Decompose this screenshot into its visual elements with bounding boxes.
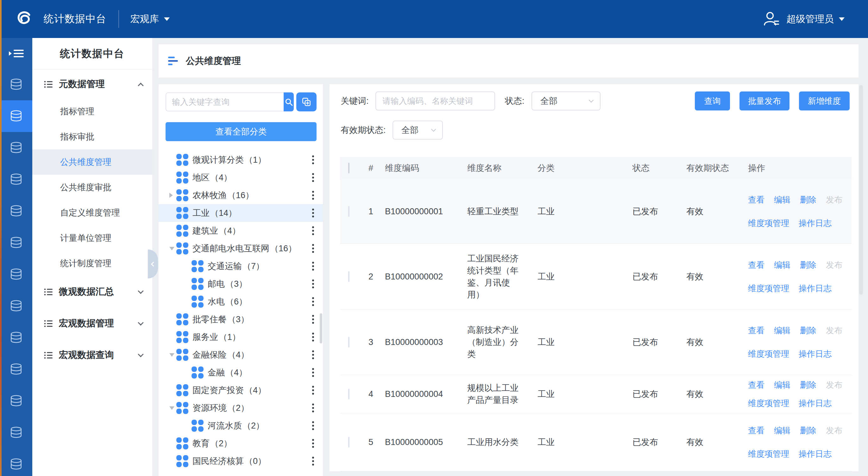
sidebar-section-metadata[interactable]: 元数据管理 — [32, 70, 152, 99]
more-menu-icon[interactable] — [311, 154, 315, 165]
more-menu-icon[interactable] — [311, 172, 315, 183]
delete-link[interactable]: 删除 — [800, 424, 816, 437]
tree-item[interactable]: 微观计算分类 （1） — [159, 151, 323, 169]
sidebar-item-indicator-approval[interactable]: 指标审批 — [32, 124, 152, 149]
collapse-caret-icon[interactable] — [169, 247, 175, 250]
rail-database-item[interactable] — [0, 417, 32, 448]
more-menu-icon[interactable] — [311, 455, 315, 467]
more-menu-icon[interactable] — [311, 296, 315, 307]
rail-database-item[interactable] — [0, 195, 32, 227]
tree-item[interactable]: 教育 （2） — [159, 435, 323, 452]
more-menu-icon[interactable] — [311, 331, 315, 343]
more-menu-icon[interactable] — [311, 367, 315, 378]
row-checkbox[interactable] — [348, 271, 349, 282]
category-search-input[interactable] — [165, 92, 284, 112]
collapse-caret-icon[interactable] — [169, 353, 175, 357]
delete-link[interactable]: 删除 — [800, 259, 816, 271]
more-menu-icon[interactable] — [311, 260, 315, 272]
rail-database-item[interactable] — [0, 164, 32, 195]
user-menu[interactable]: 超级管理员 — [762, 10, 844, 28]
more-menu-icon[interactable] — [311, 314, 315, 325]
manage-items-link[interactable]: 维度项管理 — [748, 348, 789, 360]
manage-items-link[interactable]: 维度项管理 — [748, 448, 789, 460]
rail-database-item-selected[interactable] — [0, 100, 32, 132]
tree-item[interactable]: 建筑业 （4） — [159, 222, 323, 240]
row-checkbox[interactable] — [348, 206, 349, 217]
rail-database-item[interactable] — [0, 259, 32, 290]
rail-database-item[interactable] — [0, 69, 32, 100]
sidebar-item-statistic-system-mgmt[interactable]: 统计制度管理 — [32, 251, 152, 276]
op-log-link[interactable]: 操作日志 — [799, 217, 832, 229]
view-link[interactable]: 查看 — [748, 324, 765, 337]
category-search-button[interactable] — [284, 92, 294, 112]
delete-link[interactable]: 删除 — [800, 324, 816, 337]
sidebar-section-micro-summary[interactable]: 微观数据汇总 — [32, 276, 152, 308]
op-log-link[interactable]: 操作日志 — [799, 282, 832, 294]
page-scrollbar-thumb[interactable] — [859, 85, 863, 295]
rail-database-item[interactable] — [0, 353, 32, 385]
view-link[interactable]: 查看 — [748, 259, 765, 271]
manage-items-link[interactable]: 维度项管理 — [748, 217, 789, 229]
view-link[interactable]: 查看 — [748, 194, 765, 206]
delete-link[interactable]: 删除 — [800, 194, 816, 206]
tree-item[interactable]: 交通邮电水电互联网 （16） — [159, 240, 323, 257]
more-menu-icon[interactable] — [311, 243, 315, 254]
more-menu-icon[interactable] — [311, 384, 315, 396]
sidebar-item-public-dimension-approval[interactable]: 公共维度审批 — [32, 175, 152, 200]
sidebar-section-macro-mgmt[interactable]: 宏观数据管理 — [32, 308, 152, 339]
more-menu-icon[interactable] — [311, 438, 315, 449]
rail-database-item[interactable] — [0, 227, 32, 259]
view-link[interactable]: 查看 — [748, 379, 765, 391]
batch-publish-button[interactable]: 批量发布 — [740, 92, 789, 110]
row-checkbox[interactable] — [348, 437, 349, 447]
tree-item[interactable]: 固定资产投资 （4） — [159, 381, 323, 399]
query-button[interactable]: 查询 — [695, 92, 730, 110]
delete-link[interactable]: 删除 — [800, 379, 816, 391]
workspace-switcher[interactable]: 宏观库 — [130, 13, 170, 26]
more-menu-icon[interactable] — [311, 190, 315, 201]
rail-database-item[interactable] — [0, 448, 32, 476]
rail-database-item[interactable] — [0, 132, 32, 164]
rail-database-item[interactable] — [0, 290, 32, 322]
tree-item[interactable]: 资源环境 （2） — [159, 399, 323, 417]
tree-item-child[interactable]: 水电 （6） — [159, 293, 323, 311]
sidebar-item-custom-dimension-mgmt[interactable]: 自定义维度管理 — [32, 200, 152, 225]
manage-items-link[interactable]: 维度项管理 — [748, 282, 789, 294]
tree-item[interactable]: 地区 （4） — [159, 169, 323, 186]
edit-link[interactable]: 编辑 — [774, 379, 790, 391]
more-menu-icon[interactable] — [311, 349, 315, 360]
rail-database-item[interactable] — [0, 385, 32, 417]
sidebar-collapse-handle[interactable] — [148, 249, 158, 279]
sidebar-section-macro-query[interactable]: 宏观数据查询 — [32, 339, 152, 371]
op-log-link[interactable]: 操作日志 — [799, 348, 832, 360]
tree-item-selected[interactable]: 工业 （14） — [159, 204, 323, 222]
status-select[interactable]: 全部 — [531, 92, 600, 110]
add-dimension-button[interactable]: 新增维度 — [799, 92, 850, 110]
tree-item[interactable]: 金融保险 （4） — [159, 346, 323, 363]
tree-item[interactable]: 农林牧渔 （16） — [159, 186, 323, 204]
more-menu-icon[interactable] — [311, 207, 315, 219]
collapse-caret-icon[interactable] — [169, 406, 175, 410]
more-menu-icon[interactable] — [311, 420, 315, 432]
row-checkbox[interactable] — [348, 389, 349, 400]
add-category-button[interactable] — [296, 92, 316, 112]
rail-database-item[interactable] — [0, 322, 32, 353]
op-log-link[interactable]: 操作日志 — [799, 448, 832, 460]
validity-select[interactable]: 全部 — [393, 121, 443, 139]
row-checkbox[interactable] — [348, 337, 349, 348]
tree-item-child[interactable]: 交通运输 （7） — [159, 257, 323, 275]
sidebar-toggle-button[interactable] — [0, 38, 32, 69]
tree-item-child[interactable]: 金融 （4） — [159, 363, 323, 381]
tree-item[interactable]: 国民经济核算 （0） — [159, 452, 323, 470]
select-all-checkbox[interactable] — [348, 163, 349, 173]
tree-item-child[interactable]: 邮电 （3） — [159, 275, 323, 293]
view-all-categories-button[interactable]: 查看全部分类 — [165, 122, 316, 141]
more-menu-icon[interactable] — [311, 225, 315, 236]
tree-item-child[interactable]: 河流水质 （2） — [159, 417, 323, 435]
edit-link[interactable]: 编辑 — [774, 259, 790, 271]
edit-link[interactable]: 编辑 — [774, 424, 790, 437]
more-menu-icon[interactable] — [311, 402, 315, 414]
tree-scrollbar-thumb[interactable] — [320, 313, 322, 343]
expand-caret-icon[interactable] — [169, 193, 173, 198]
sidebar-item-indicator-mgmt[interactable]: 指标管理 — [32, 99, 152, 124]
